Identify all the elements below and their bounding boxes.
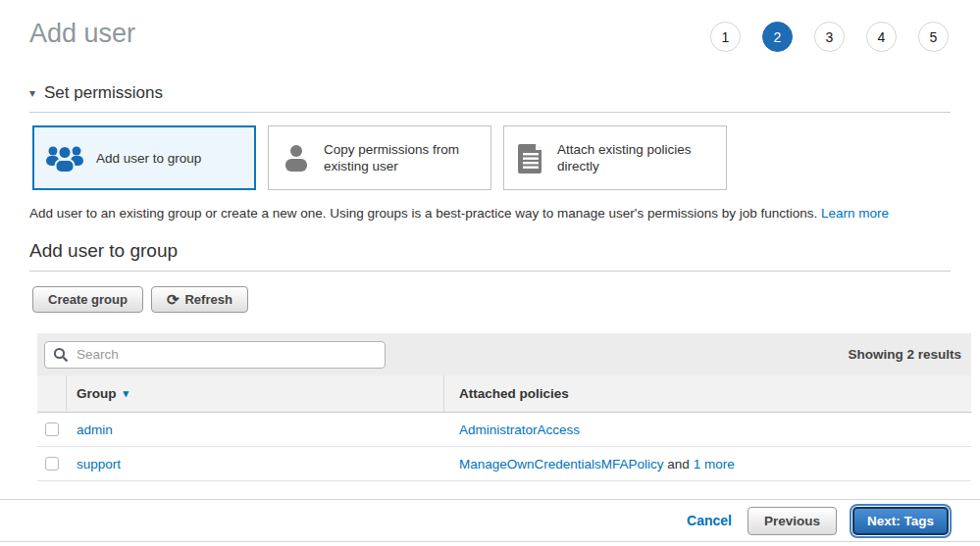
set-permissions-header[interactable]: ▾ Set permissions bbox=[29, 83, 951, 113]
card-copy-permissions[interactable]: Copy permissions from existing user bbox=[268, 125, 491, 190]
step-5[interactable]: 5 bbox=[918, 22, 949, 52]
policies-and-text: and bbox=[664, 457, 694, 472]
create-group-button[interactable]: Create group bbox=[32, 286, 143, 313]
group-actions: Create group ⟳ Refresh bbox=[32, 286, 951, 313]
permissions-description: Add user to an existing group or create … bbox=[29, 206, 951, 221]
card-add-user-to-group[interactable]: Add user to group bbox=[32, 125, 256, 190]
results-count: Showing 2 results bbox=[848, 347, 961, 362]
cancel-button[interactable]: Cancel bbox=[687, 513, 732, 528]
add-user-to-group-heading: Add user to group bbox=[29, 240, 951, 272]
column-header-policies: Attached policies bbox=[443, 375, 971, 412]
document-icon bbox=[516, 142, 545, 174]
policies-column-label: Attached policies bbox=[459, 386, 569, 401]
row-checkbox[interactable] bbox=[45, 422, 59, 436]
group-column-label: Group bbox=[77, 386, 117, 401]
table-row: support ManageOwnCredentialsMFAPolicy an… bbox=[37, 447, 971, 481]
row-checkbox[interactable] bbox=[45, 457, 59, 471]
learn-more-link[interactable]: Learn more bbox=[821, 206, 889, 221]
description-text: Add user to an existing group or create … bbox=[29, 206, 817, 221]
permission-option-cards: Add user to group Copy permissions from … bbox=[32, 125, 951, 190]
refresh-label: Refresh bbox=[184, 292, 232, 307]
group-link[interactable]: admin bbox=[77, 422, 113, 437]
groups-table: Showing 2 results Group ▾ Attached polic… bbox=[37, 333, 971, 481]
policy-link[interactable]: ManageOwnCredentialsMFAPolicy bbox=[459, 457, 664, 472]
search-input[interactable] bbox=[75, 346, 377, 363]
page-header: Add user 1 2 3 4 5 bbox=[0, 0, 980, 52]
refresh-icon: ⟳ bbox=[167, 292, 180, 307]
chevron-down-icon: ▾ bbox=[29, 86, 35, 100]
refresh-button[interactable]: ⟳ Refresh bbox=[151, 286, 248, 313]
policy-link[interactable]: AdministratorAccess bbox=[459, 422, 580, 437]
page-title: Add user bbox=[29, 16, 135, 51]
next-tags-button[interactable]: Next: Tags bbox=[852, 507, 949, 535]
wizard-steps: 1 2 3 4 5 bbox=[710, 22, 949, 52]
header-checkbox-cell bbox=[37, 375, 67, 412]
previous-button[interactable]: Previous bbox=[748, 507, 837, 535]
table-toolbar: Showing 2 results bbox=[37, 333, 971, 375]
search-icon bbox=[53, 347, 69, 363]
search-box bbox=[44, 341, 386, 369]
column-header-group[interactable]: Group ▾ bbox=[67, 375, 444, 412]
step-4[interactable]: 4 bbox=[866, 22, 897, 52]
step-1[interactable]: 1 bbox=[710, 22, 741, 52]
card-attach-policies[interactable]: Attach existing policies directly bbox=[503, 125, 727, 190]
group-icon bbox=[45, 143, 84, 173]
more-policies-link[interactable]: 1 more bbox=[694, 457, 735, 472]
set-permissions-title: Set permissions bbox=[44, 83, 163, 103]
card-label: Copy permissions from existing user bbox=[324, 141, 479, 174]
step-2-active[interactable]: 2 bbox=[762, 22, 793, 52]
table-header-row: Group ▾ Attached policies bbox=[37, 375, 971, 413]
group-link[interactable]: support bbox=[77, 457, 121, 472]
table-row: admin AdministratorAccess bbox=[37, 413, 971, 447]
wizard-footer: Cancel Previous Next: Tags bbox=[0, 499, 980, 542]
card-label: Add user to group bbox=[96, 150, 201, 167]
step-3[interactable]: 3 bbox=[814, 22, 845, 52]
card-label: Attach existing policies directly bbox=[557, 141, 714, 174]
sort-descending-icon: ▾ bbox=[124, 387, 129, 400]
user-icon bbox=[281, 142, 312, 174]
